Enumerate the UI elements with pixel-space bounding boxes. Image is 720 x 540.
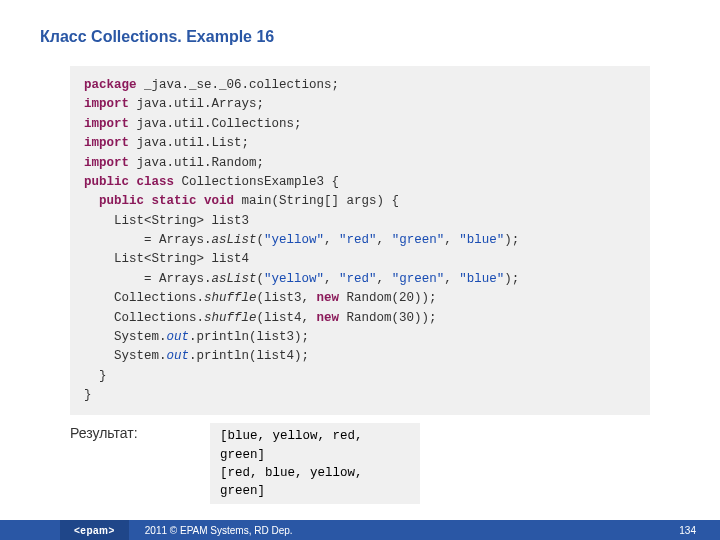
string: "green" — [392, 233, 445, 247]
string: "red" — [339, 233, 377, 247]
code-text: = Arrays. — [84, 233, 212, 247]
code-text: System. — [84, 330, 167, 344]
code-text: _java._se._06.collections; — [137, 78, 340, 92]
footer: epam 2011 © EPAM Systems, RD Dep. 134 — [0, 520, 720, 540]
code-text: (list4, — [257, 311, 317, 325]
copyright: 2011 © EPAM Systems, RD Dep. — [145, 525, 293, 536]
code-text: java.util.Arrays; — [129, 97, 264, 111]
code-text: = Arrays. — [84, 272, 212, 286]
string: "yellow" — [264, 233, 324, 247]
code-text: System. — [84, 349, 167, 363]
code-text: java.util.Random; — [129, 156, 264, 170]
keyword: import — [84, 97, 129, 111]
logo: epam — [60, 520, 129, 540]
code-text: java.util.Collections; — [129, 117, 302, 131]
result-label: Результат: — [70, 423, 210, 441]
result-row: Результат: [blue, yellow, red, green] [r… — [70, 423, 650, 504]
method: asList — [212, 233, 257, 247]
keyword: public static void — [84, 194, 234, 208]
code-text: , — [324, 233, 339, 247]
code-text: , — [324, 272, 339, 286]
code-text: , — [377, 233, 392, 247]
string: "blue" — [459, 272, 504, 286]
slide-title: Класс Collections. Example 16 — [0, 0, 720, 46]
code-text: List<String> list4 — [84, 252, 249, 266]
static-field: out — [167, 330, 190, 344]
code-text: } — [84, 388, 92, 402]
keyword: public class — [84, 175, 174, 189]
code-text: , — [444, 272, 459, 286]
page-number: 134 — [679, 520, 696, 540]
string: "blue" — [459, 233, 504, 247]
code-text: , — [444, 233, 459, 247]
code-text: Collections. — [84, 291, 204, 305]
result-output: [blue, yellow, red, green] [red, blue, y… — [210, 423, 420, 504]
code-text: Random(30)); — [339, 311, 437, 325]
code-text: (list3, — [257, 291, 317, 305]
code-text: ); — [504, 272, 519, 286]
code-text: main(String[] args) { — [234, 194, 399, 208]
code-text: java.util.List; — [129, 136, 249, 150]
string: "green" — [392, 272, 445, 286]
code-text: .println(list4); — [189, 349, 309, 363]
code-text: ( — [257, 272, 265, 286]
keyword: new — [317, 291, 340, 305]
string: "yellow" — [264, 272, 324, 286]
code-text: ( — [257, 233, 265, 247]
keyword: import — [84, 117, 129, 131]
code-text: ); — [504, 233, 519, 247]
keyword: new — [317, 311, 340, 325]
code-text: , — [377, 272, 392, 286]
static-field: out — [167, 349, 190, 363]
code-block: package _java._se._06.collections; impor… — [70, 66, 650, 415]
method: shuffle — [204, 291, 257, 305]
code-text: List<String> list3 — [84, 214, 249, 228]
code-text: .println(list3); — [189, 330, 309, 344]
method: shuffle — [204, 311, 257, 325]
code-text: Collections. — [84, 311, 204, 325]
keyword: import — [84, 136, 129, 150]
code-text: } — [84, 369, 107, 383]
keyword: import — [84, 156, 129, 170]
method: asList — [212, 272, 257, 286]
code-text: Random(20)); — [339, 291, 437, 305]
code-text: CollectionsExample3 { — [174, 175, 339, 189]
keyword: package — [84, 78, 137, 92]
string: "red" — [339, 272, 377, 286]
